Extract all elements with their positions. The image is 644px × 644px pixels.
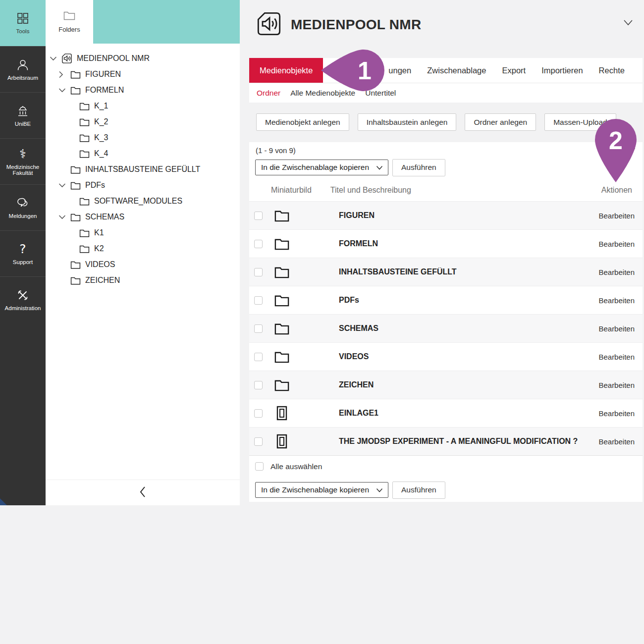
- folders-panel: Folders MEDIENPOOL NMR FIGUREN FORMELN: [46, 0, 240, 505]
- row-title: ZEICHEN: [339, 380, 598, 389]
- grid-icon: [16, 12, 29, 25]
- folder-icon: [70, 165, 81, 174]
- chevron-down-icon[interactable]: [58, 88, 70, 93]
- rail-item-tools[interactable]: Tools: [0, 0, 46, 46]
- tree-item-k_2[interactable]: K_2: [46, 114, 240, 130]
- tree-item-label: K_3: [94, 133, 108, 142]
- tree-item-software-modules[interactable]: SOFTWARE_MODULES: [46, 193, 240, 209]
- chevron-down-icon[interactable]: [58, 215, 70, 219]
- chevron-down-icon[interactable]: [623, 19, 633, 28]
- edit-link[interactable]: Bearbeiten: [598, 212, 635, 220]
- bulk-action-selected-value: In die Zwischenablage kopieren: [261, 163, 369, 172]
- medical-staff-icon: ⚕: [19, 148, 26, 161]
- annotation-marker-2: 2: [591, 118, 641, 182]
- edit-link[interactable]: Bearbeiten: [598, 409, 635, 418]
- row-checkbox[interactable]: [254, 437, 263, 446]
- create-content-block-button[interactable]: Inhaltsbaustein anlegen: [358, 113, 457, 131]
- chevron-down-icon: [376, 485, 383, 494]
- folder-icon: [79, 102, 90, 110]
- tree-item-k2[interactable]: K2: [46, 241, 240, 257]
- execute-button[interactable]: Ausführen: [392, 482, 445, 499]
- tree-item-label: K_4: [94, 149, 108, 158]
- tree-item-label: PDFs: [85, 181, 105, 190]
- tab-folders[interactable]: Folders: [46, 0, 93, 44]
- edit-link[interactable]: Bearbeiten: [598, 268, 635, 276]
- folder-icon: [70, 70, 81, 79]
- rail-item-label: Support: [13, 259, 33, 265]
- tree-item-label: FORMELN: [85, 86, 124, 95]
- tree-item-medienpool-nmr[interactable]: MEDIENPOOL NMR: [46, 51, 240, 66]
- table-row: FIGUREN Bearbeiten: [249, 201, 643, 229]
- create-media-object-button[interactable]: Medienobjekt anlegen: [256, 113, 349, 131]
- bulk-action-select[interactable]: In die Zwischenablage kopieren: [255, 482, 388, 498]
- tree-item-zeichen[interactable]: ZEICHEN: [46, 272, 240, 288]
- row-title: THE JMODSP EXPERIMENT - A MEANINGFUL MOD…: [339, 437, 598, 446]
- folder-icon: [70, 181, 81, 190]
- tree-item-label: MEDIENPOOL NMR: [77, 54, 150, 63]
- tree-item-inhaltsbausteine-gefuellt[interactable]: INHALTSBAUSTEINE GEFÜLLT: [46, 161, 240, 177]
- tab-rechte[interactable]: Rechte: [599, 58, 625, 83]
- subtab-ordner[interactable]: Ordner: [257, 89, 280, 98]
- folder-icon: [70, 86, 81, 95]
- chevron-right-icon[interactable]: [58, 71, 70, 78]
- row-checkbox[interactable]: [254, 240, 263, 248]
- chevron-down-icon[interactable]: [50, 56, 61, 61]
- tree-item-k_4[interactable]: K_4: [46, 146, 240, 161]
- mediapool-icon: [256, 11, 282, 39]
- edit-link[interactable]: Bearbeiten: [598, 240, 635, 248]
- collapse-panel-button[interactable]: [46, 480, 240, 505]
- bulk-action-select[interactable]: In die Zwischenablage kopieren: [255, 160, 388, 175]
- tab-label: ungen: [388, 66, 411, 75]
- tab-zwischenablage[interactable]: Zwischenablage: [427, 58, 486, 83]
- chevron-down-icon[interactable]: [58, 183, 70, 188]
- tab-importieren[interactable]: Importieren: [541, 58, 583, 83]
- tree-item-label: K1: [94, 228, 104, 237]
- tree-item-k_3[interactable]: K_3: [46, 130, 240, 146]
- folder-icon: [274, 238, 290, 250]
- tree-item-k1[interactable]: K1: [46, 225, 240, 241]
- edit-link[interactable]: Bearbeiten: [598, 324, 635, 333]
- rail-item-arbeitsraum[interactable]: Arbeitsraum: [0, 46, 46, 92]
- rail-item-unibe[interactable]: UniBE: [0, 92, 46, 138]
- table-row: INHALTSBAUSTEINE GEFÜLLT Bearbeiten: [249, 258, 643, 286]
- row-checkbox[interactable]: [254, 268, 263, 276]
- rail-item-administration[interactable]: Administration: [0, 276, 46, 322]
- edit-link[interactable]: Bearbeiten: [598, 353, 635, 361]
- row-title: INHALTSBAUSTEINE GEFÜLLT: [339, 268, 598, 276]
- bulk-action-toolbar-bottom: In die Zwischenablage kopieren Ausführen: [249, 477, 643, 503]
- tree-item-schemas[interactable]: SCHEMAS: [46, 209, 240, 225]
- tab-export[interactable]: Export: [502, 58, 526, 83]
- row-checkbox[interactable]: [254, 409, 263, 418]
- row-title: FORMELN: [339, 239, 598, 248]
- rail-item-support[interactable]: ? Support: [0, 230, 46, 276]
- tree-item-videos[interactable]: VIDEOS: [46, 257, 240, 272]
- app-rail: Tools Arbeitsraum UniBE ⚕ Medizinische F…: [0, 0, 46, 505]
- tree-item-pdfs[interactable]: PDFs: [46, 177, 240, 193]
- edit-link[interactable]: Bearbeiten: [598, 437, 635, 446]
- tree-item-formeln[interactable]: FORMELN: [46, 82, 240, 98]
- row-title: VIDEOS: [339, 352, 598, 361]
- folder-tree: MEDIENPOOL NMR FIGUREN FORMELN K_1 K_2: [46, 51, 240, 288]
- edit-link[interactable]: Bearbeiten: [598, 381, 635, 389]
- tab-partially-hidden[interactable]: ungen: [388, 58, 411, 83]
- rail-item-meldungen[interactable]: Meldungen: [0, 184, 46, 230]
- row-checkbox[interactable]: [254, 381, 263, 389]
- tree-item-figuren[interactable]: FIGUREN: [46, 66, 240, 82]
- row-checkbox[interactable]: [254, 353, 263, 361]
- folder-icon: [79, 118, 90, 126]
- rail-item-medizinische-fakultaet[interactable]: ⚕ Medizinische Fakultät: [0, 138, 46, 184]
- row-checkbox[interactable]: [254, 296, 263, 305]
- select-all-checkbox[interactable]: [255, 462, 264, 471]
- tab-medienobjekte[interactable]: Medienobjekte: [249, 58, 323, 83]
- create-folder-button[interactable]: Ordner anlegen: [465, 113, 536, 131]
- edit-link[interactable]: Bearbeiten: [598, 296, 635, 305]
- bulk-action-selected-value: In die Zwischenablage kopieren: [261, 485, 369, 494]
- execute-button[interactable]: Ausführen: [392, 159, 445, 176]
- table-row: ZEICHEN Bearbeiten: [249, 371, 643, 399]
- tree-item-label: K_1: [94, 102, 108, 110]
- row-checkbox[interactable]: [254, 324, 263, 333]
- tree-item-k_1[interactable]: K_1: [46, 98, 240, 114]
- folder-icon: [70, 261, 81, 269]
- row-checkbox[interactable]: [254, 212, 263, 220]
- question-icon: ?: [19, 243, 26, 256]
